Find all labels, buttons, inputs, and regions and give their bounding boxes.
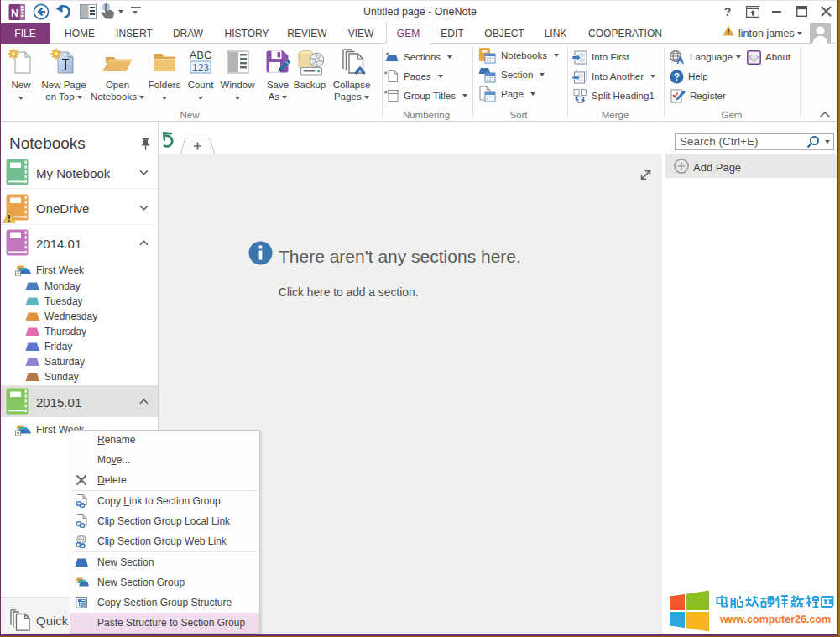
svg-text:123: 123 xyxy=(192,62,209,74)
svg-text:#: # xyxy=(384,90,388,95)
svg-text:?: ? xyxy=(724,5,732,18)
svg-text:#: # xyxy=(384,70,388,76)
svg-text:?: ? xyxy=(674,70,680,82)
svg-text:ABC: ABC xyxy=(190,49,212,61)
svg-text:A: A xyxy=(676,55,684,65)
